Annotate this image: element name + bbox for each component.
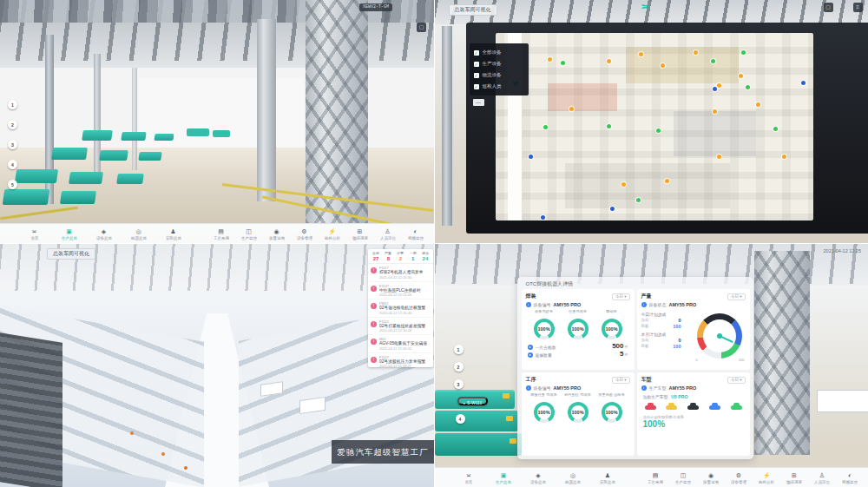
checkbox-checked-icon[interactable]: ✓ xyxy=(474,62,479,67)
toolbar-item[interactable]: ≍首页 xyxy=(23,227,46,240)
toolbar-item[interactable]: ◐视频监控 xyxy=(404,227,427,240)
alarm-stat-tab[interactable]: 严重 8 xyxy=(382,251,394,262)
toolbar-item[interactable]: ≍首页 xyxy=(457,471,481,484)
equipment-marker[interactable]: 3 xyxy=(454,379,464,389)
toolbar-item[interactable]: ⚡能耗分析 xyxy=(755,471,779,484)
device-dot[interactable] xyxy=(746,85,750,89)
equipment-marker[interactable]: 3 xyxy=(8,140,17,149)
device-dot[interactable] xyxy=(610,207,615,211)
device-dot[interactable] xyxy=(529,155,533,159)
layer-row[interactable]: ✓ 生产设备 xyxy=(474,58,524,69)
device-dot[interactable] xyxy=(543,125,548,129)
device-dot[interactable] xyxy=(541,215,545,220)
alarm-list-item[interactable]: ! PM12 02号输送线电机过载预警 2021-04-12 12:15:44 xyxy=(368,299,433,318)
period-select[interactable]: 今日 ▾ xyxy=(727,377,746,384)
device-dot[interactable] xyxy=(636,198,641,202)
equipment-marker[interactable]: 2 xyxy=(454,362,464,372)
toolbar-item[interactable]: ♟安防总览 xyxy=(161,227,185,240)
toolbar-item[interactable]: ⚡能耗分析 xyxy=(320,227,344,240)
toolbar-item[interactable]: ♙人员定位 xyxy=(376,227,399,240)
alarm-list-item[interactable]: ! F1137 中控系统PLC连接超时 2021-04-12 12:21:06 xyxy=(368,282,433,300)
device-dot[interactable] xyxy=(739,74,743,78)
device-dot[interactable] xyxy=(713,87,717,91)
alarm-list-item[interactable]: ! F1121 02号拧紧枪扭矩超差报警 2021-04-12 12:10:18 xyxy=(368,318,433,336)
alarm-stat-tab[interactable]: 一般 1 xyxy=(407,251,419,262)
device-dot[interactable] xyxy=(756,102,760,107)
car-icon[interactable] xyxy=(645,405,656,410)
device-dot[interactable] xyxy=(561,61,565,65)
car-icon[interactable] xyxy=(687,405,699,410)
device-dot[interactable] xyxy=(569,107,574,111)
device-dot[interactable] xyxy=(607,124,611,128)
checkbox-checked-icon[interactable]: ✓ xyxy=(474,73,479,78)
toolbar-item[interactable]: ▣生产总览 xyxy=(57,227,81,240)
device-dot[interactable] xyxy=(717,83,721,88)
toolbar-item[interactable]: ⚙设备管理 xyxy=(727,471,751,484)
equipment-marker[interactable]: 5 xyxy=(8,180,17,189)
alarm-list-item[interactable]: ! F1147 02号涂胶机压力异常报警 2021-04-12 11:58:27 xyxy=(368,353,433,368)
toolbar-item[interactable]: ◈设备总览 xyxy=(527,471,550,484)
expand-view-button[interactable]: ▢ xyxy=(417,23,426,32)
layer-row[interactable]: ✓ 全部设备 xyxy=(474,47,524,58)
period-select[interactable]: 今日 ▾ xyxy=(612,293,630,300)
alarm-list-item[interactable]: ! M01 AGV-05电量低于安全阈值 2021-04-12 12:05:52 xyxy=(368,335,433,353)
equipment-marker[interactable]: 4 xyxy=(8,160,17,169)
toolbar-item[interactable]: ⊞物流调度 xyxy=(348,227,372,240)
toolbar-item[interactable]: ⊞物流调度 xyxy=(783,471,806,484)
toolbar-item[interactable]: ◫生产监控 xyxy=(237,227,260,240)
device-dot[interactable] xyxy=(711,59,715,63)
device-dot[interactable] xyxy=(741,50,746,55)
alarm-list-item[interactable]: ! F1117 焊装2号机器人通讯异常 2021-04-12 12:25:30 xyxy=(368,264,433,282)
selected-agv-tag[interactable]: S-W111 xyxy=(457,397,489,405)
toolbar-item[interactable]: ⚙设备管理 xyxy=(293,227,316,240)
equipment-marker[interactable]: 2 xyxy=(8,120,17,129)
checkbox-checked-icon[interactable]: ✓ xyxy=(474,50,479,56)
device-dot[interactable] xyxy=(801,81,806,85)
device-dot[interactable] xyxy=(656,128,661,133)
device-dot[interactable] xyxy=(713,109,717,114)
toolbar-item[interactable]: ◉质量追溯 xyxy=(265,227,288,240)
toolbar-item[interactable]: ♨环境监测 xyxy=(431,227,434,240)
workshop-tab[interactable]: 总装车间可视化 xyxy=(47,248,95,260)
floorplan-map[interactable]: ▶ xyxy=(496,33,813,220)
toolbar-item[interactable]: ▤工艺布局 xyxy=(209,227,233,240)
device-dot[interactable] xyxy=(694,50,698,55)
checkbox-checked-icon[interactable]: ✓ xyxy=(474,84,479,89)
toolbar-item[interactable]: ◈设备总览 xyxy=(92,227,115,240)
toolbar-item[interactable]: ◎能源总览 xyxy=(127,227,150,240)
toolbar-item[interactable]: ◎能源总览 xyxy=(562,471,585,484)
period-select[interactable]: 今日 ▾ xyxy=(612,377,630,384)
device-dot[interactable] xyxy=(661,63,665,68)
device-dot[interactable] xyxy=(782,155,786,159)
device-dot[interactable] xyxy=(717,155,721,159)
device-dot[interactable] xyxy=(621,182,626,187)
layer-row[interactable]: ✓ 物流设备 xyxy=(474,69,524,81)
device-dot[interactable] xyxy=(665,179,669,183)
toolbar-item[interactable]: ▣生产总览 xyxy=(492,471,516,484)
device-dot[interactable] xyxy=(773,127,778,131)
car-icon[interactable] xyxy=(666,405,677,410)
period-select[interactable]: 今日 ▾ xyxy=(727,293,746,300)
toolbar-item[interactable]: ◐视频监控 xyxy=(838,471,862,484)
equipment-marker[interactable]: 1 xyxy=(8,100,17,109)
toolbar-item[interactable]: ◉质量追溯 xyxy=(700,471,723,484)
device-dot[interactable] xyxy=(607,59,611,63)
toolbar-item[interactable]: ◫生产监控 xyxy=(672,471,695,484)
car-icon[interactable] xyxy=(709,405,720,410)
alarm-stat-tab[interactable]: 提示 24 xyxy=(419,251,431,262)
device-dot[interactable] xyxy=(639,52,643,56)
car-icon[interactable] xyxy=(731,405,742,410)
alarm-stat-tab[interactable]: 全部 27 xyxy=(370,251,382,262)
layer-row[interactable]: ✓ 巡检人员 xyxy=(474,81,524,92)
device-dot[interactable] xyxy=(548,57,552,62)
toolbar-item[interactable]: ♙人员定位 xyxy=(811,471,834,484)
collapse-panel-button[interactable]: — xyxy=(473,99,484,106)
workshop-tab[interactable]: 总装车间可视化 xyxy=(449,4,497,16)
alarm-stat-tab[interactable]: 次要 2 xyxy=(394,251,406,262)
fullscreen-button[interactable]: ▢ xyxy=(824,3,833,12)
toolbar-item[interactable]: ▤工艺布局 xyxy=(644,471,667,484)
equipment-marker[interactable]: 1 xyxy=(454,345,464,354)
toolbar-item[interactable]: ♟安防总览 xyxy=(596,471,620,484)
menu-button[interactable]: ≡ xyxy=(853,3,863,12)
equipment-marker[interactable]: 4 xyxy=(456,414,465,424)
